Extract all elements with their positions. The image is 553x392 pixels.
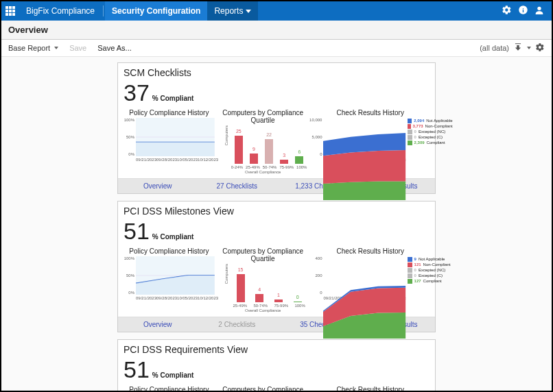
svg-marker-5 bbox=[323, 181, 405, 200]
quartile-chart: Computers by Compliance Quartile Compute… bbox=[217, 109, 309, 174]
top-nav: BigFix Compliance Security Configuration… bbox=[1, 1, 552, 21]
legend-item: 121Non-Compliant bbox=[408, 262, 453, 267]
results-history-chart: Check Results History 4002000 09/21/2023… bbox=[311, 386, 430, 392]
caret-down-icon bbox=[246, 10, 251, 13]
dashboard-panel: PCI DSS Requirements View 51% Compliant … bbox=[117, 339, 436, 392]
bar: 4 bbox=[255, 294, 263, 302]
panel-title: SCM Checklists bbox=[123, 67, 430, 78]
info-icon[interactable]: i bbox=[515, 5, 531, 17]
panel-link[interactable]: Overview bbox=[118, 179, 198, 193]
compliance-history-chart: Policy Compliance History 100%50%0% 09/2… bbox=[123, 247, 215, 313]
legend-item: 127Compliant bbox=[408, 278, 453, 284]
panel-link[interactable]: 27 Checklists bbox=[198, 179, 277, 193]
legend-item: 0Excepted (NC) bbox=[408, 267, 453, 273]
report-selector-label: Base Report bbox=[8, 44, 50, 52]
export-icon[interactable] bbox=[513, 42, 523, 53]
panel-link[interactable]: Overview bbox=[118, 317, 198, 332]
save-as-button[interactable]: Save As... bbox=[97, 44, 132, 52]
bar: 9 bbox=[250, 154, 258, 164]
results-history-chart: Check Results History 10,0005,0000 09/21… bbox=[311, 109, 430, 174]
results-history-chart: Check Results History 4002000 09/21/2023… bbox=[311, 247, 430, 313]
bar: 3 bbox=[280, 160, 288, 164]
compliance-history-chart: Policy Compliance History 100%50%0% 09/2… bbox=[123, 386, 215, 392]
page-title: Overview bbox=[1, 21, 552, 40]
legend-item: 3,773Non-Compliant bbox=[408, 123, 453, 129]
bar: 6 bbox=[295, 156, 303, 164]
bar: 15 bbox=[237, 274, 245, 302]
caret-down-icon bbox=[54, 47, 58, 49]
quartile-chart: Computers by Compliance Quartile Compute… bbox=[217, 386, 309, 392]
nav-section[interactable]: Security Configuration bbox=[105, 1, 207, 21]
legend-item: 0Excepted (C) bbox=[408, 134, 453, 140]
svg-marker-6 bbox=[323, 150, 405, 184]
bar: 25 bbox=[235, 136, 243, 164]
nav-reports[interactable]: Reports bbox=[207, 1, 258, 21]
panel-title: PCI DSS Milestones View bbox=[123, 206, 430, 217]
nav-reports-label: Reports bbox=[214, 6, 243, 16]
caret-down-icon bbox=[527, 47, 531, 49]
apps-grid-icon[interactable] bbox=[5, 6, 15, 16]
nav-product[interactable]: BigFix Compliance bbox=[19, 1, 102, 21]
legend-item: 2,309Compliant bbox=[408, 140, 453, 145]
bar: 0 bbox=[294, 302, 302, 302]
svg-marker-4 bbox=[136, 142, 215, 156]
content-scroll[interactable]: SCM Checklists 37% Compliant Policy Comp… bbox=[1, 57, 552, 392]
legend-item: 2,094Not Applicable bbox=[408, 118, 453, 123]
compliance-percent: 37% Compliant bbox=[123, 79, 430, 106]
quartile-chart: Computers by Compliance Quartile Compute… bbox=[217, 247, 309, 313]
compliance-history-chart: Policy Compliance History 100%50%0% 09/2… bbox=[123, 109, 215, 174]
report-selector[interactable]: Base Report bbox=[8, 44, 58, 52]
toolbar-gear-icon[interactable] bbox=[535, 42, 545, 53]
panel-title: PCI DSS Requirements View bbox=[123, 344, 430, 355]
svg-point-2 bbox=[537, 6, 541, 10]
compliance-percent: 51% Compliant bbox=[123, 218, 430, 245]
dashboard-panel: PCI DSS Milestones View 51% Compliant Po… bbox=[117, 201, 436, 332]
legend-item: 0Excepted (NC) bbox=[408, 129, 453, 134]
panel-link[interactable]: 2 Checklists bbox=[198, 317, 277, 332]
settings-gear-icon[interactable] bbox=[498, 5, 515, 17]
results-legend: 2,094Not Applicable3,773Non-Compliant0Ex… bbox=[408, 118, 453, 162]
report-toolbar: Base Report Save Save As... (all data) bbox=[1, 40, 552, 57]
scope-label[interactable]: (all data) bbox=[480, 44, 509, 52]
dashboard-panel: SCM Checklists 37% Compliant Policy Comp… bbox=[117, 62, 436, 194]
save-button: Save bbox=[69, 44, 86, 52]
bar: 1 bbox=[274, 299, 283, 302]
user-icon[interactable] bbox=[531, 5, 548, 18]
bar: 22 bbox=[265, 139, 273, 164]
legend-item: 0Excepted (C) bbox=[408, 273, 453, 278]
results-legend: 9Not Applicable121Non-Compliant0Excepted… bbox=[408, 256, 453, 300]
compliance-percent: 51% Compliant bbox=[123, 356, 430, 383]
nav-separator bbox=[103, 5, 104, 16]
legend-item: 9Not Applicable bbox=[408, 256, 453, 262]
